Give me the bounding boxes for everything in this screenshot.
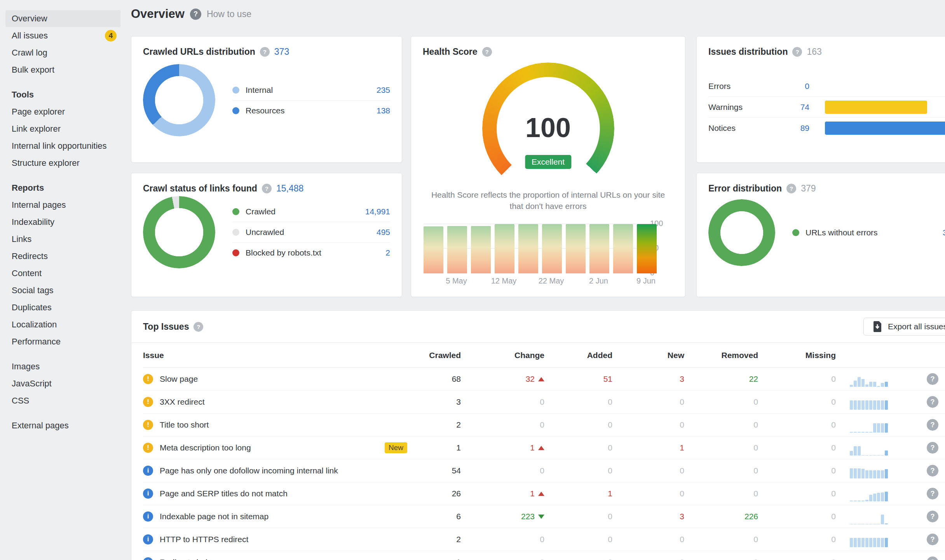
health-trend-bar[interactable] bbox=[566, 224, 586, 273]
crawled-urls-help-icon[interactable]: ? bbox=[260, 47, 270, 57]
column-header-new[interactable]: New bbox=[612, 351, 684, 360]
issue-help-icon[interactable]: ? bbox=[927, 442, 938, 454]
sidebar-item-css[interactable]: CSS bbox=[0, 392, 125, 409]
issue-row-indexable-page-not-in-sitemap[interactable]: iIndexable page not in sitemap6223032260… bbox=[143, 505, 945, 528]
cell-issue: iPage has only one dofollow incoming int… bbox=[143, 466, 411, 476]
issue-label[interactable]: Page and SERP titles do not match bbox=[160, 489, 288, 498]
issue-label[interactable]: Redirect chain bbox=[160, 558, 212, 560]
issue-row-http-to-https-redirect[interactable]: iHTTP to HTTPS redirect200000? bbox=[143, 528, 945, 551]
issue-help-icon[interactable]: ? bbox=[927, 511, 938, 522]
health-trend-bar[interactable] bbox=[518, 224, 538, 273]
sidebar-item-overview[interactable]: Overview bbox=[5, 10, 120, 27]
health-score-trend-x-axis: 5 May12 May22 May2 Jun9 Jun bbox=[423, 277, 656, 287]
top-issues-help-icon[interactable]: ? bbox=[194, 322, 203, 332]
health-trend-bar[interactable] bbox=[637, 224, 657, 273]
issue-help-icon[interactable]: ? bbox=[927, 396, 938, 408]
crawl-status-total[interactable]: 15,488 bbox=[276, 183, 303, 194]
cell-missing: 0 bbox=[758, 374, 836, 384]
cell-value: 0 bbox=[831, 535, 836, 544]
issue-row-3xx-redirect[interactable]: !3XX redirect300000? bbox=[143, 391, 945, 414]
sidebar-item-crawl-log[interactable]: Crawl log bbox=[0, 44, 125, 61]
health-trend-bar[interactable] bbox=[471, 226, 491, 273]
issue-label[interactable]: Indexable page not in sitemap bbox=[160, 512, 269, 521]
sidebar-item-redirects[interactable]: Redirects bbox=[0, 248, 125, 265]
column-header-missing[interactable]: Missing bbox=[758, 351, 836, 360]
sidebar-item-bulk-export[interactable]: Bulk export bbox=[0, 61, 125, 78]
sidebar-item-localization[interactable]: Localization bbox=[0, 316, 125, 333]
issue-help-icon[interactable]: ? bbox=[927, 465, 938, 477]
sidebar-item-external-pages[interactable]: External pages bbox=[0, 417, 125, 434]
issue-row-page-and-serp-titles-do-not-match[interactable]: iPage and SERP titles do not match261100… bbox=[143, 482, 945, 505]
issue-row-meta-description-too-long[interactable]: !Meta description too longNew110100? bbox=[143, 437, 945, 459]
legend-value[interactable]: 14,991 bbox=[365, 207, 390, 216]
column-header-crawled[interactable]: Crawled bbox=[411, 351, 461, 360]
health-trend-bar[interactable] bbox=[495, 224, 514, 273]
export-all-issues-button[interactable]: Export all issues bbox=[863, 318, 945, 336]
sidebar-item-page-explorer[interactable]: Page explorer bbox=[0, 103, 125, 120]
sidebar-item-internal-link-opportunities[interactable]: Internal link opportunities bbox=[0, 137, 125, 155]
issue-label[interactable]: 3XX redirect bbox=[160, 397, 205, 407]
sidebar-item-internal-pages[interactable]: Internal pages bbox=[0, 197, 125, 214]
issues-distribution-help-icon[interactable]: ? bbox=[792, 47, 802, 57]
crawled-urls-total[interactable]: 373 bbox=[274, 47, 289, 57]
legend-value[interactable]: 138 bbox=[377, 106, 390, 115]
issue-row-slow-page[interactable]: !Slow page6832513220? bbox=[143, 368, 945, 391]
error-distribution-help-icon[interactable]: ? bbox=[786, 184, 796, 193]
how-to-use-help-icon[interactable]: ? bbox=[190, 9, 201, 20]
sidebar-item-indexability[interactable]: Indexability bbox=[0, 214, 125, 231]
issue-label[interactable]: Page has only one dofollow incoming inte… bbox=[160, 466, 338, 475]
issue-label[interactable]: Slow page bbox=[160, 374, 198, 384]
health-trend-bar[interactable] bbox=[447, 226, 467, 273]
sidebar-item-images[interactable]: Images bbox=[0, 358, 125, 375]
column-header-change[interactable]: Change bbox=[461, 351, 544, 360]
legend-dot bbox=[232, 249, 239, 256]
crawled-urls-card: Crawled URLs distribution ? 373 Internal… bbox=[131, 36, 402, 163]
sidebar-item-duplicates[interactable]: Duplicates bbox=[0, 299, 125, 316]
legend-value[interactable]: 2 bbox=[385, 248, 390, 257]
cell-value: 0 bbox=[753, 420, 758, 430]
legend-dot bbox=[792, 229, 799, 236]
legend-row-blocked-by-robots-txt: Blocked by robots.txt2 bbox=[232, 243, 390, 263]
issue-help-icon[interactable]: ? bbox=[927, 488, 938, 499]
column-header-issue[interactable]: Issue bbox=[143, 351, 411, 360]
sidebar-item-javascript[interactable]: JavaScript bbox=[0, 375, 125, 392]
issue-row-redirect-chain[interactable]: iRedirect chain100000? bbox=[143, 551, 945, 560]
crawl-status-help-icon[interactable]: ? bbox=[262, 184, 272, 193]
distribution-value[interactable]: 89 bbox=[776, 123, 809, 133]
legend-value[interactable]: 379 bbox=[943, 228, 945, 237]
warning-icon: ! bbox=[143, 374, 153, 384]
issue-label[interactable]: Title too short bbox=[160, 420, 209, 430]
distribution-value[interactable]: 74 bbox=[776, 103, 809, 112]
distribution-bar bbox=[825, 101, 927, 114]
legend-dot bbox=[232, 208, 239, 215]
issue-help-icon[interactable]: ? bbox=[927, 557, 938, 560]
issue-help-icon[interactable]: ? bbox=[927, 419, 938, 431]
cell-value: 51 bbox=[603, 374, 612, 384]
legend-value[interactable]: 235 bbox=[377, 85, 390, 95]
column-header-removed[interactable]: Removed bbox=[684, 351, 758, 360]
health-score-help-icon[interactable]: ? bbox=[482, 47, 492, 57]
legend-value[interactable]: 495 bbox=[377, 228, 390, 237]
cell-new: 3 bbox=[612, 374, 684, 384]
cell-removed: 0 bbox=[684, 466, 758, 475]
health-trend-bar[interactable] bbox=[542, 224, 562, 273]
sidebar-item-all-issues[interactable]: All issues4 bbox=[0, 27, 125, 44]
issue-help-icon[interactable]: ? bbox=[927, 534, 938, 545]
health-trend-bar[interactable] bbox=[589, 224, 609, 273]
issue-label[interactable]: Meta description too long bbox=[160, 443, 251, 452]
sidebar-item-performance[interactable]: Performance bbox=[0, 333, 125, 350]
issue-row-title-too-short[interactable]: !Title too short200000? bbox=[143, 414, 945, 437]
how-to-use-label[interactable]: How to use bbox=[207, 9, 251, 19]
column-header-added[interactable]: Added bbox=[544, 351, 612, 360]
sidebar-item-content[interactable]: Content bbox=[0, 265, 125, 282]
health-trend-bar[interactable] bbox=[613, 224, 633, 273]
sidebar-item-link-explorer[interactable]: Link explorer bbox=[0, 120, 125, 137]
sidebar-item-structure-explorer[interactable]: Structure explorer bbox=[0, 155, 125, 172]
issue-row-page-has-only-one-dofollow-incoming-internal-link[interactable]: iPage has only one dofollow incoming int… bbox=[143, 459, 945, 482]
health-trend-bar[interactable] bbox=[424, 226, 443, 273]
sidebar-item-social-tags[interactable]: Social tags bbox=[0, 282, 125, 299]
sidebar-item-links[interactable]: Links bbox=[0, 231, 125, 248]
issue-help-icon[interactable]: ? bbox=[927, 373, 938, 385]
issue-label[interactable]: HTTP to HTTPS redirect bbox=[160, 535, 248, 544]
distribution-value[interactable]: 0 bbox=[776, 82, 809, 91]
